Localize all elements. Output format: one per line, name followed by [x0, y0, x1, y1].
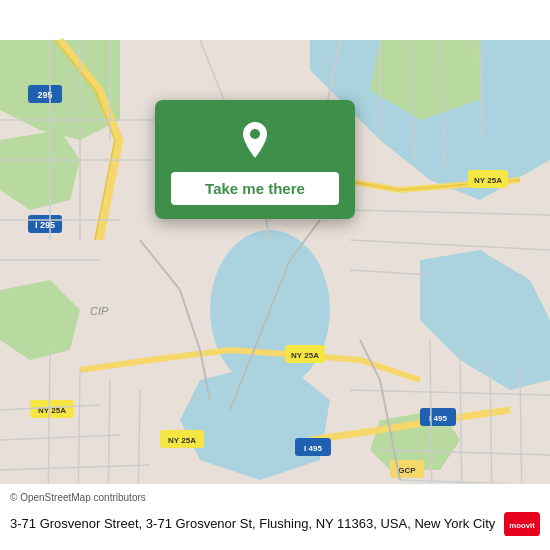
map-background: 295 I 295 NY 25A NY 25A NY 25A NY 25A I …: [0, 0, 550, 550]
map-container: 295 I 295 NY 25A NY 25A NY 25A NY 25A I …: [0, 0, 550, 550]
location-card: Take me there: [155, 100, 355, 219]
moovit-logo: moovit: [504, 506, 540, 542]
svg-text:GCP: GCP: [398, 466, 416, 475]
map-pin-icon: [233, 118, 277, 162]
svg-text:NY 25A: NY 25A: [168, 436, 196, 445]
svg-marker-6: [0, 130, 80, 210]
svg-text:I 295: I 295: [35, 220, 55, 230]
svg-text:CIP: CIP: [90, 305, 109, 317]
bottom-bar: © OpenStreetMap contributors 3-71 Grosve…: [0, 483, 550, 550]
svg-text:I 495: I 495: [304, 444, 322, 453]
svg-text:NY 25A: NY 25A: [291, 351, 319, 360]
map-attribution: © OpenStreetMap contributors: [10, 492, 540, 503]
attribution-text: © OpenStreetMap contributors: [10, 492, 146, 503]
moovit-icon: moovit: [504, 506, 540, 542]
svg-text:NY 25A: NY 25A: [474, 176, 502, 185]
svg-text:I 495: I 495: [429, 414, 447, 423]
take-me-there-button[interactable]: Take me there: [171, 172, 339, 205]
svg-point-57: [250, 129, 260, 139]
address-row: 3-71 Grosvenor Street, 3-71 Grosvenor St…: [10, 506, 540, 542]
address-text: 3-71 Grosvenor Street, 3-71 Grosvenor St…: [10, 515, 496, 533]
svg-text:moovit: moovit: [509, 521, 535, 530]
